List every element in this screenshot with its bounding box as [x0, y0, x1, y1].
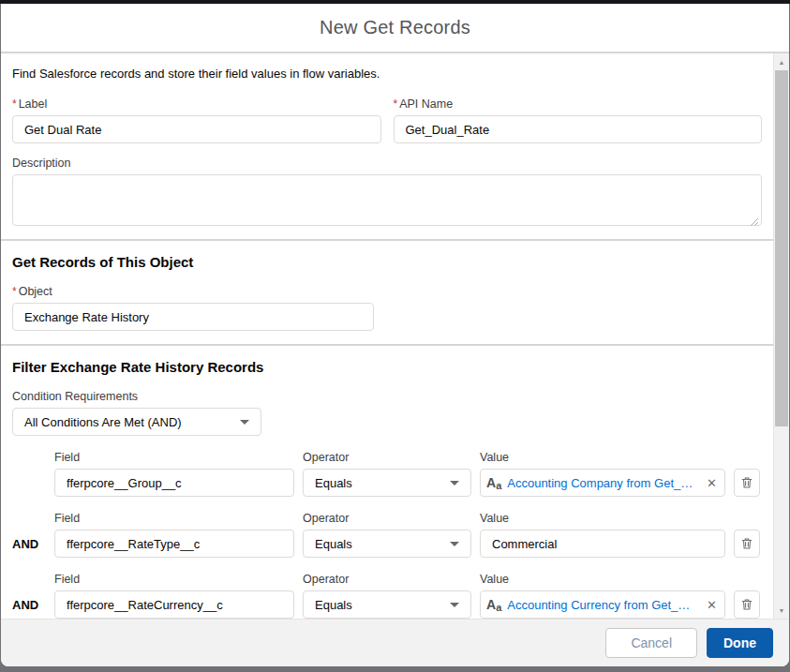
modal-body: Find Salesforce records and store their …: [1, 53, 789, 619]
filter-row-3: AND Equals Aa Accounting Currency from G…: [12, 590, 762, 619]
trash-icon: [740, 537, 753, 550]
filter-1-field-input[interactable]: [54, 469, 294, 497]
field-column-label: Field: [54, 451, 294, 464]
filter-row-1: Equals Aa Accounting Company from Get_… …: [12, 469, 762, 497]
remove-value-icon[interactable]: ✕: [707, 599, 717, 611]
object-field-group: *Object: [12, 285, 762, 331]
value-column-label: Value: [480, 451, 725, 464]
trash-icon: [740, 476, 753, 489]
api-name-input[interactable]: [394, 115, 763, 143]
filter-3-field-input[interactable]: [54, 590, 294, 619]
modal-footer: Cancel Done: [1, 619, 789, 666]
textarea-resize-handle-icon[interactable]: [750, 214, 759, 223]
section-divider: [1, 344, 773, 346]
vertical-scrollbar[interactable]: ▲ ▼: [773, 53, 789, 619]
trash-icon: [740, 598, 753, 611]
filter-row-2-labels: Field Operator Value: [12, 512, 762, 525]
new-get-records-modal: New Get Records Find Salesforce records …: [1, 4, 789, 666]
api-name-field-group: *API Name: [394, 97, 763, 143]
filter-3-operator-dropdown[interactable]: Equals: [303, 590, 471, 619]
filter-3-value-resource[interactable]: Aa Accounting Currency from Get_… ✕: [480, 590, 725, 619]
object-section-heading: Get Records of This Object: [12, 254, 762, 270]
api-name-field-label: *API Name: [394, 97, 763, 111]
value-column-label: Value: [480, 573, 725, 586]
filter-1-delete-button[interactable]: [734, 469, 760, 497]
filter-section-heading: Filter Exchange Rate History Records: [12, 359, 762, 375]
field-column-label: Field: [54, 512, 294, 525]
filter-1-value-link[interactable]: Accounting Company from Get_…: [507, 476, 701, 490]
chevron-down-icon: [240, 420, 249, 425]
filter-1-value-resource[interactable]: Aa Accounting Company from Get_… ✕: [480, 469, 725, 497]
chevron-down-icon: [450, 481, 459, 485]
label-field-label: *Label: [12, 97, 381, 111]
object-field-label: *Object: [12, 285, 762, 298]
label-input[interactable]: [12, 115, 381, 143]
value-column-label: Value: [480, 512, 725, 525]
intro-text: Find Salesforce records and store their …: [12, 67, 762, 81]
filter-row-3-labels: Field Operator Value: [12, 573, 762, 586]
scrollbar-thumb[interactable]: [775, 70, 788, 426]
description-field-label: Description: [12, 157, 762, 170]
chevron-down-icon: [450, 603, 459, 607]
filter-2-operator-dropdown[interactable]: Equals: [303, 530, 471, 558]
label-field-group: *Label: [12, 97, 381, 143]
description-textarea[interactable]: [12, 174, 762, 226]
operator-column-label: Operator: [303, 512, 471, 525]
description-field-group: Description: [12, 157, 762, 226]
section-divider: [1, 239, 773, 241]
condition-requirements-dropdown[interactable]: All Conditions Are Met (AND): [12, 408, 261, 436]
modal-header: New Get Records: [1, 4, 789, 53]
condition-requirements-value: All Conditions Are Met (AND): [24, 415, 182, 429]
modal-content: Find Salesforce records and store their …: [1, 53, 773, 619]
filter-2-field-input[interactable]: [54, 530, 294, 558]
text-type-icon: Aa: [486, 597, 501, 612]
condition-requirements-group: Condition Requirements All Conditions Ar…: [12, 390, 762, 436]
required-asterisk: *: [394, 97, 398, 111]
object-input[interactable]: [12, 303, 374, 331]
done-button[interactable]: Done: [707, 628, 773, 658]
remove-value-icon[interactable]: ✕: [707, 477, 717, 489]
required-asterisk: *: [12, 285, 17, 298]
filter-1-operator-dropdown[interactable]: Equals: [303, 469, 471, 497]
chevron-down-icon: [450, 542, 459, 546]
scroll-down-icon[interactable]: ▼: [774, 603, 789, 618]
condition-requirements-label: Condition Requirements: [12, 390, 762, 403]
required-asterisk: *: [12, 97, 17, 111]
and-connector-label: AND: [12, 537, 46, 551]
operator-column-label: Operator: [303, 451, 471, 464]
scroll-up-icon[interactable]: ▲: [774, 54, 789, 69]
field-column-label: Field: [54, 573, 294, 586]
filter-2-value-input[interactable]: [480, 530, 725, 558]
operator-column-label: Operator: [303, 573, 471, 586]
filter-2-delete-button[interactable]: [734, 530, 760, 558]
text-type-icon: Aa: [486, 475, 501, 490]
filter-3-delete-button[interactable]: [734, 590, 760, 619]
filter-row-1-labels: Field Operator Value: [12, 451, 762, 464]
cancel-button[interactable]: Cancel: [605, 628, 697, 658]
and-connector-label: AND: [12, 598, 46, 612]
modal-title: New Get Records: [320, 17, 470, 38]
filter-3-value-link[interactable]: Accounting Currency from Get_…: [507, 598, 701, 612]
label-api-row: *Label *API Name: [12, 97, 762, 143]
filter-row-2: AND Equals: [12, 530, 762, 558]
